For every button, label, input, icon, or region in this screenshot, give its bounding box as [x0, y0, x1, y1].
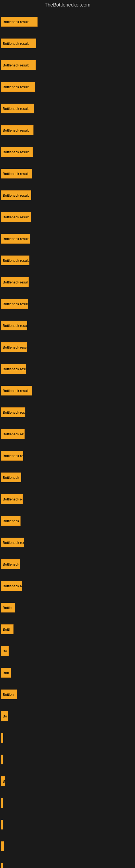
- bar-container: Bottleneck result: [0, 383, 135, 399]
- bar-label: Bottleneck result: [3, 432, 24, 436]
- bar-container: [0, 860, 135, 868]
- bar-label: Bottleneck result: [3, 193, 29, 197]
- bottleneck-bar[interactable]: Bottleneck result: [1, 38, 36, 48]
- bar-container: Bottleneck result: [0, 209, 135, 225]
- bar-container: Bottleneck result: [0, 123, 135, 138]
- bottleneck-bar[interactable]: [1, 733, 3, 743]
- bottleneck-bar[interactable]: Bottleneck result: [1, 429, 25, 439]
- bar-container: Bottlen: [0, 687, 135, 703]
- bottleneck-bar[interactable]: Bottleneck re: [1, 581, 22, 591]
- bar-container: Bottleneck result: [0, 361, 135, 377]
- bar-label: Bottleneck result: [3, 389, 29, 393]
- bottleneck-bar[interactable]: Bottle: [1, 603, 15, 613]
- bar-container: Bottleneck resu: [0, 535, 135, 551]
- bottleneck-bar[interactable]: Bottleneck result: [1, 234, 30, 244]
- bar-container: Bottleneck result: [0, 144, 135, 160]
- bottleneck-bar[interactable]: Bottlen: [1, 689, 17, 699]
- bar-label: Bottleneck result: [3, 323, 27, 328]
- bar-container: [0, 817, 135, 833]
- bottleneck-bar[interactable]: [1, 863, 3, 868]
- bar-container: Bottleneck result: [0, 58, 135, 73]
- site-title: TheBottlenecker.com: [0, 0, 135, 10]
- bar-container: Bottleneck result: [0, 231, 135, 247]
- bottleneck-bar[interactable]: Bottleneck result: [1, 82, 35, 92]
- bar-container: Bottleneck: [0, 470, 135, 486]
- bottleneck-bar[interactable]: [1, 820, 3, 830]
- bar-label: Bottleneck result: [3, 85, 29, 89]
- bottleneck-bar[interactable]: Bottleneck res: [1, 494, 23, 504]
- bottleneck-bar[interactable]: Bottleneck result: [1, 342, 27, 352]
- bottleneck-bar[interactable]: Bottleneck result: [1, 299, 28, 309]
- bar-label: Bottleneck result: [3, 237, 29, 241]
- bottleneck-bar[interactable]: Bottleneck res: [1, 451, 23, 461]
- bottleneck-bar[interactable]: Bottleneck result: [1, 364, 26, 374]
- bar-label: Bottleneck res: [3, 454, 23, 458]
- bottleneck-bar[interactable]: [1, 798, 3, 808]
- bar-container: Bottleneck result: [0, 426, 135, 442]
- bottleneck-bar[interactable]: |: [1, 755, 3, 764]
- bottleneck-bar[interactable]: Bottleneck: [1, 559, 20, 569]
- bar-container: [0, 839, 135, 855]
- bottleneck-bar[interactable]: Bottleneck result: [1, 212, 31, 222]
- bar-label: Bottleneck result: [3, 258, 29, 262]
- bar-container: Bottleneck result: [0, 166, 135, 182]
- bar-container: Bottleneck result: [0, 296, 135, 312]
- bar-label: Bottleneck result: [3, 128, 29, 132]
- bar-container: Bottleneck res: [0, 492, 135, 507]
- bottleneck-bar[interactable]: Bottleneck result: [1, 255, 30, 265]
- bottleneck-bar[interactable]: Bottleneck result: [1, 386, 32, 396]
- bar-container: Bottleneck result: [0, 275, 135, 290]
- bar-label: Bottleneck result: [3, 106, 29, 111]
- bar-container: Bottleneck result: [0, 340, 135, 355]
- bar-label: Bottleneck result: [3, 215, 29, 219]
- bar-container: Bottleneck result: [0, 36, 135, 52]
- bottleneck-bar[interactable]: Bo: [1, 646, 9, 656]
- bar-container: B: [0, 774, 135, 789]
- bar-label: B: [3, 779, 5, 783]
- bottleneck-bar[interactable]: Bottleneck resu: [1, 538, 24, 547]
- bar-label: Bottleneck result: [3, 345, 27, 349]
- bar-label: Bottleneck result: [3, 410, 25, 414]
- bottleneck-bar[interactable]: Bottleneck result: [1, 147, 33, 157]
- bar-label: Bottleneck re: [3, 584, 22, 588]
- bar-container: Bottleneck result: [0, 188, 135, 204]
- bottleneck-bar[interactable]: Bottleneck result: [1, 190, 31, 200]
- bar-label: Bott: [3, 671, 9, 675]
- bar-container: Bo: [0, 643, 135, 659]
- bar-label: Bottleneck r: [3, 519, 20, 523]
- bar-container: Bottle: [0, 600, 135, 616]
- bottleneck-bar[interactable]: [1, 841, 4, 851]
- bottleneck-bar[interactable]: Bottleneck result: [1, 60, 36, 70]
- bar-label: Bottleneck result: [3, 280, 28, 284]
- bottleneck-bar[interactable]: Bottleneck result: [1, 125, 34, 135]
- bottleneck-bar[interactable]: Bottleneck r: [1, 516, 20, 526]
- bar-container: Bottleneck: [0, 557, 135, 572]
- bar-container: Bottleneck result: [0, 14, 135, 30]
- bar-container: Bottl: [0, 622, 135, 638]
- bottleneck-bar[interactable]: Bottl: [1, 624, 13, 634]
- bottleneck-bar[interactable]: Bottleneck result: [1, 169, 32, 179]
- bottleneck-bar[interactable]: Bottleneck result: [1, 321, 27, 330]
- bottleneck-bar[interactable]: Bottleneck result: [1, 17, 38, 27]
- bottleneck-bar[interactable]: Bottleneck result: [1, 407, 26, 417]
- bottleneck-bar[interactable]: Bo: [1, 711, 8, 721]
- bar-container: Bottleneck result: [0, 253, 135, 269]
- bar-label: Bottleneck result: [3, 150, 29, 154]
- bar-container: Bottleneck result: [0, 101, 135, 117]
- bottleneck-bar[interactable]: Bottleneck result: [1, 277, 29, 287]
- bar-label: Bottleneck: [3, 562, 19, 566]
- bottleneck-bar[interactable]: Bottleneck: [1, 472, 21, 482]
- bottleneck-bar[interactable]: B: [1, 776, 5, 786]
- bar-container: Bottleneck result: [0, 79, 135, 95]
- bar-container: Bottleneck result: [0, 405, 135, 421]
- bar-label: Bottlen: [3, 692, 13, 696]
- bottleneck-bar[interactable]: Bottleneck result: [1, 104, 34, 113]
- bar-label: Bottl: [3, 627, 10, 631]
- bar-label: Bottle: [3, 606, 12, 610]
- bottleneck-bar[interactable]: Bott: [1, 668, 11, 678]
- bar-label: Bottleneck result: [3, 63, 29, 67]
- bar-container: |: [0, 752, 135, 768]
- bar-label: Bottleneck res: [3, 497, 22, 501]
- bar-container: Bottleneck res: [0, 448, 135, 464]
- bar-container: Bottleneck r: [0, 513, 135, 529]
